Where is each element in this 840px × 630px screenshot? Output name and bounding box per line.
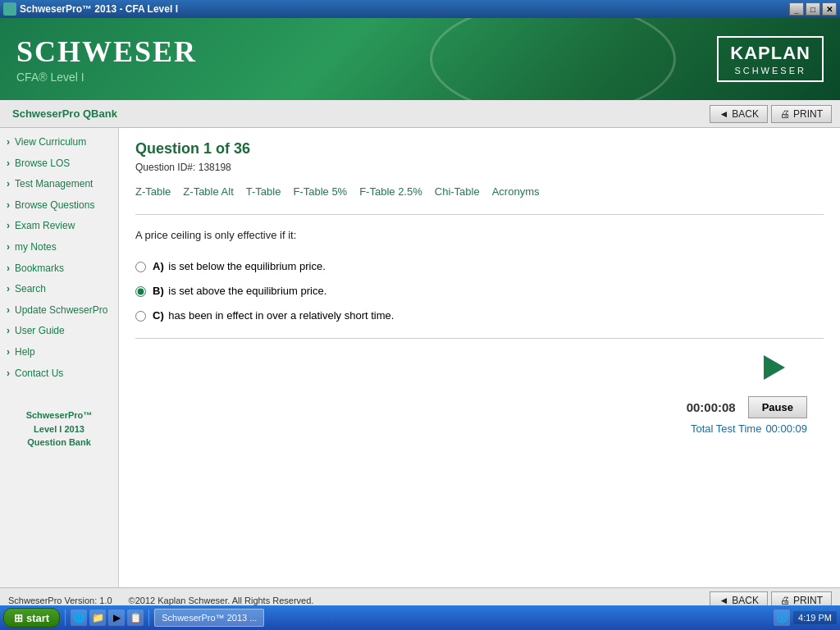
- kaplan-schweser: SCHWESER: [730, 66, 810, 75]
- ref-divider: [135, 214, 824, 215]
- minimize-button[interactable]: _: [789, 2, 804, 16]
- answer-text-a: is set below the equilibrium price.: [168, 260, 325, 272]
- question-id-label: Question ID#:: [135, 162, 195, 173]
- play-button[interactable]: [758, 351, 791, 384]
- start-button[interactable]: ⊞ start: [3, 608, 60, 628]
- sidebar-item-my-notes[interactable]: my Notes: [0, 237, 118, 258]
- window-controls: _ □ ✕: [789, 2, 837, 16]
- taskbar-extra-icon[interactable]: 📋: [127, 609, 144, 626]
- taskbar-clock: 4:19 PM: [793, 611, 837, 624]
- header-decoration: [430, 18, 676, 100]
- toolbar-title: SchweserPro QBank: [8, 107, 117, 120]
- window-titlebar: SchweserPro™ 2013 - CFA Level I _ □ ✕: [0, 0, 840, 18]
- content-area: Question 1 of 36 Question ID#: 138198 Z-…: [119, 128, 840, 587]
- question-header: Question 1 of 36: [135, 140, 824, 158]
- ref-z-table[interactable]: Z-Table: [135, 185, 171, 198]
- close-button[interactable]: ✕: [822, 2, 837, 16]
- question-id-value: 138198: [199, 162, 231, 173]
- taskbar-divider2: [148, 609, 149, 626]
- answer-divider: [135, 338, 824, 339]
- ref-f-table-5[interactable]: F-Table 5%: [293, 185, 347, 198]
- app-header: SCHWESER CFA® Level I KAPLAN SCHWESER: [0, 18, 840, 100]
- toolbar-buttons: ◄ BACK 🖨 PRINT: [710, 105, 832, 123]
- taskbar-network-icon[interactable]: 🌐: [774, 609, 790, 626]
- footer-print-icon: 🖨: [780, 595, 790, 606]
- answer-label-b[interactable]: B) is set above the equilibrium price.: [153, 285, 326, 297]
- start-label: start: [26, 612, 49, 624]
- play-button-area: [135, 351, 824, 384]
- sidebar-footer-line1: SchweserPro™: [26, 410, 93, 420]
- app-container: SCHWESER CFA® Level I KAPLAN SCHWESER Sc…: [0, 18, 840, 630]
- sidebar-item-bookmarks[interactable]: Bookmarks: [0, 258, 118, 280]
- answer-option-b: B) is set above the equilibrium price.: [135, 285, 824, 297]
- maximize-button[interactable]: □: [806, 2, 820, 16]
- toolbar: SchweserPro QBank ◄ BACK 🖨 PRINT: [0, 100, 840, 128]
- answer-label-a[interactable]: A) is set below the equilibrium price.: [153, 260, 326, 272]
- taskbar-divider: [65, 609, 66, 626]
- play-icon: [764, 355, 785, 380]
- answer-text-b: is set above the equilibrium price.: [168, 285, 326, 297]
- ref-chi-table[interactable]: Chi-Table: [435, 185, 480, 198]
- sidebar-footer-line3: Question Bank: [27, 437, 91, 447]
- answer-option-a: A) is set below the equilibrium price.: [135, 260, 824, 272]
- taskbar-app-label: SchweserPro™ 2013 ...: [162, 613, 257, 623]
- sidebar-item-test-management[interactable]: Test Management: [0, 174, 118, 195]
- footer-copyright: ©2012 Kaplan Schweser. All Rights Reserv…: [129, 596, 314, 605]
- pause-button[interactable]: Pause: [748, 396, 807, 418]
- header-subtitle: CFA® Level I: [16, 71, 197, 84]
- start-icon: ⊞: [14, 612, 23, 624]
- sidebar-item-browse-questions[interactable]: Browse Questions: [0, 195, 118, 217]
- version-label: SchweserPro Version: 1.0: [8, 596, 112, 605]
- footer-back-icon: ◄: [719, 595, 728, 606]
- question-text: A price ceiling is only effective if it:: [135, 227, 824, 244]
- total-label: Total Test Time: [691, 422, 761, 435]
- app-icon: [3, 2, 16, 16]
- timer-area: 00:00:08 Pause: [135, 396, 824, 418]
- answer-text-c: has been in effect in over a relatively …: [168, 309, 394, 322]
- sidebar-item-contact-us[interactable]: Contact Us: [0, 363, 118, 385]
- reference-links: Z-Table Z-Table Alt T-Table F-Table 5% F…: [135, 185, 824, 198]
- sidebar-item-help[interactable]: Help: [0, 342, 118, 363]
- taskbar-right: 🌐 4:19 PM: [774, 609, 837, 626]
- kaplan-logo: KAPLAN SCHWESER: [717, 36, 824, 82]
- taskbar: ⊞ start 🌐 📁 ▶ 📋 SchweserPro™ 2013 ... 🌐 …: [0, 605, 840, 630]
- sidebar-item-user-guide[interactable]: User Guide: [0, 321, 118, 342]
- print-button[interactable]: 🖨 PRINT: [771, 105, 832, 123]
- taskbar-app-button[interactable]: SchweserPro™ 2013 ...: [154, 609, 264, 627]
- taskbar-ie-icon[interactable]: 🌐: [71, 609, 87, 626]
- radio-option-c[interactable]: [135, 311, 146, 322]
- sidebar-footer: SchweserPro™ Level I 2013 Question Bank: [0, 400, 118, 458]
- window-title: SchweserPro™ 2013 - CFA Level I: [20, 3, 178, 15]
- radio-option-b[interactable]: [135, 286, 146, 297]
- kaplan-box: KAPLAN SCHWESER: [717, 36, 824, 82]
- ref-z-table-alt[interactable]: Z-Table Alt: [183, 185, 233, 198]
- answer-label-c[interactable]: C) has been in effect in over a relative…: [153, 309, 394, 322]
- total-test-time: Total Test Time 00:00:09: [135, 422, 824, 435]
- brand-name: SCHWESER: [16, 34, 197, 69]
- sidebar-item-browse-los[interactable]: Browse LOS: [0, 153, 118, 175]
- ref-t-table[interactable]: T-Table: [246, 185, 281, 198]
- timer-display: 00:00:08: [687, 400, 736, 414]
- header-logo: SCHWESER CFA® Level I: [16, 34, 197, 84]
- radio-option-a[interactable]: [135, 262, 146, 272]
- print-icon: 🖨: [780, 108, 790, 120]
- ref-f-table-25[interactable]: F-Table 2.5%: [359, 185, 422, 198]
- sidebar-item-view-curriculum[interactable]: View Curriculum: [0, 132, 118, 153]
- main-layout: View Curriculum Browse LOS Test Manageme…: [0, 128, 840, 587]
- sidebar: View Curriculum Browse LOS Test Manageme…: [0, 128, 119, 587]
- taskbar-folder-icon[interactable]: 📁: [89, 609, 106, 626]
- sidebar-item-search[interactable]: Search: [0, 279, 118, 300]
- question-id: Question ID#: 138198: [135, 162, 824, 173]
- taskbar-media-icon[interactable]: ▶: [108, 609, 125, 626]
- sidebar-footer-line2: Level I 2013: [34, 424, 84, 434]
- sidebar-item-exam-review[interactable]: Exam Review: [0, 216, 118, 237]
- ref-acronyms[interactable]: Acronyms: [492, 185, 540, 198]
- sidebar-item-update[interactable]: Update SchweserPro: [0, 300, 118, 322]
- total-time-value: 00:00:09: [765, 422, 807, 435]
- answer-option-c: C) has been in effect in over a relative…: [135, 309, 824, 322]
- back-icon: ◄: [719, 108, 728, 120]
- back-button[interactable]: ◄ BACK: [710, 105, 768, 123]
- taskbar-quick-launch: 🌐 📁 ▶ 📋: [71, 609, 144, 626]
- kaplan-name: KAPLAN: [730, 43, 810, 64]
